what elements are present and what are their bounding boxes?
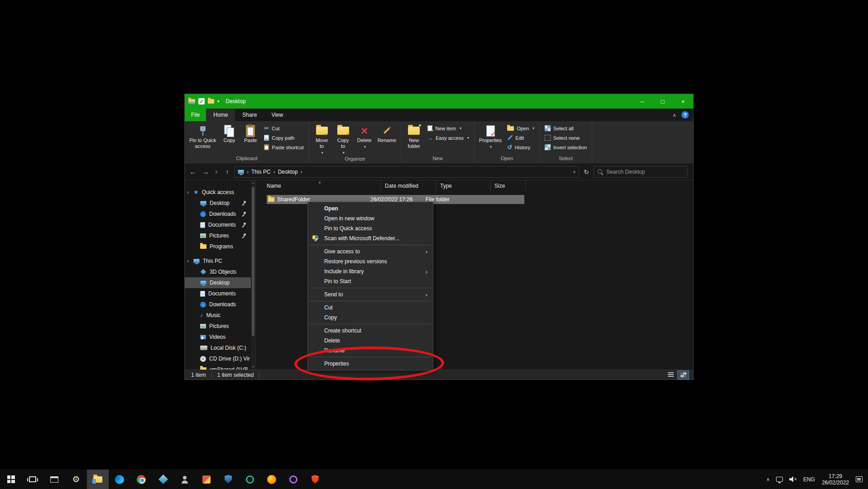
tab-home[interactable]: Home xyxy=(206,109,235,121)
taskbar-app-button[interactable] xyxy=(196,470,217,489)
sidebar-item-downloads[interactable]: Downloads xyxy=(185,299,251,310)
minimize-button[interactable]: – xyxy=(632,94,652,109)
sidebar-item-music[interactable]: ♪ Music xyxy=(185,310,251,321)
context-menu-pin-to-start[interactable]: Pin to Start xyxy=(309,276,432,286)
properties-ribbon-button[interactable]: Properties▾ xyxy=(477,123,504,155)
sidebar-item-documents[interactable]: Documents xyxy=(185,288,251,299)
back-button[interactable]: ← xyxy=(187,166,198,177)
taskbar-people-button[interactable] xyxy=(174,470,196,489)
new-folder-qat-icon[interactable] xyxy=(208,99,214,104)
new-folder-button[interactable]: Newfolder xyxy=(403,123,424,155)
context-menu-pin-to-quick-access[interactable]: Pin to Quick access xyxy=(309,223,432,233)
forward-button[interactable]: → xyxy=(200,166,211,177)
copy-button[interactable]: Copy xyxy=(219,123,240,155)
sidebar-item-downloads-quick[interactable]: Downloads xyxy=(185,209,251,219)
taskbar-brave-button[interactable] xyxy=(304,470,326,489)
language-indicator[interactable]: ENG xyxy=(800,470,818,489)
search-input[interactable] xyxy=(606,169,684,175)
sidebar-scrollbar[interactable]: ∧ ∨ xyxy=(251,180,255,370)
copy-path-button[interactable]: Copy path xyxy=(261,133,306,142)
sidebar-item-local-disk-c[interactable]: Local Disk (C:) xyxy=(185,342,251,353)
context-menu-copy[interactable]: Copy xyxy=(309,313,432,323)
sidebar-item-quick-access[interactable]: ∨ ★ Quick access xyxy=(185,187,251,198)
move-to-button[interactable]: Moveto▾ xyxy=(312,123,332,156)
show-hidden-icons-button[interactable]: ∧ xyxy=(763,470,773,489)
context-menu-cut[interactable]: Cut xyxy=(309,303,432,313)
select-all-button[interactable]: Select all xyxy=(542,123,590,133)
sidebar-item-cd-drive-d[interactable]: CD Drive (D:) Vir xyxy=(185,353,251,364)
invert-selection-button[interactable]: Invert selection xyxy=(542,142,590,152)
sidebar-item-pictures[interactable]: Pictures xyxy=(185,321,251,332)
help-icon[interactable]: ? xyxy=(681,111,689,119)
pin-to-quick-access-button[interactable]: Pin to Quickaccess xyxy=(187,123,218,155)
title-bar[interactable]: ✓ ▾ Desktop – □ × xyxy=(185,94,693,109)
context-menu-give-access-to[interactable]: Give access to › xyxy=(309,247,432,256)
start-button[interactable] xyxy=(0,470,22,489)
taskbar-security-button[interactable] xyxy=(217,470,239,489)
taskbar-teal-app-button[interactable] xyxy=(239,470,261,489)
details-view-button[interactable] xyxy=(665,371,676,379)
sidebar-item-this-pc[interactable]: ∨ This PC xyxy=(185,256,251,266)
close-button[interactable]: × xyxy=(673,94,693,109)
action-center-button[interactable] xyxy=(853,470,866,489)
tab-share[interactable]: Share xyxy=(235,109,264,121)
clock[interactable]: 17:29 26/02/2022 xyxy=(818,470,853,489)
column-header-size[interactable]: Size xyxy=(491,180,526,191)
context-menu-scan-with-defender[interactable]: Scan with Microsoft Defender... xyxy=(309,233,432,243)
context-menu-open-in-new-window[interactable]: Open in new window xyxy=(309,214,432,223)
scrollbar-thumb[interactable] xyxy=(252,187,254,336)
refresh-icon[interactable]: ↻ xyxy=(581,166,592,177)
expander-icon[interactable]: ∨ xyxy=(187,259,190,263)
search-box[interactable] xyxy=(594,166,688,178)
paste-button[interactable]: Paste xyxy=(240,123,261,155)
sidebar-item-programs[interactable]: Programs xyxy=(185,241,251,252)
column-header-date-modified[interactable]: Date modified xyxy=(381,180,436,191)
sidebar-item-vmshared[interactable]: vmShared (\\VB xyxy=(185,364,251,370)
sidebar-item-pictures-quick[interactable]: Pictures xyxy=(185,230,251,241)
address-dropdown-caret-icon[interactable]: ∨ xyxy=(573,169,576,174)
taskbar-purple-app-button[interactable] xyxy=(283,470,304,489)
scroll-down-icon[interactable]: ∨ xyxy=(251,365,255,369)
taskbar-terminal-button[interactable] xyxy=(43,470,65,489)
copy-to-button[interactable]: Copyto▾ xyxy=(333,123,354,156)
volume-button[interactable]: × xyxy=(786,470,800,489)
scroll-up-icon[interactable]: ∧ xyxy=(251,181,255,185)
maximize-button[interactable]: □ xyxy=(652,94,673,109)
expander-icon[interactable]: ∨ xyxy=(187,190,190,195)
recent-locations-caret-icon[interactable]: ∨ xyxy=(213,166,220,177)
column-header-type[interactable]: Type xyxy=(436,180,491,191)
sidebar-item-videos[interactable]: Videos xyxy=(185,332,251,342)
sidebar-item-desktop[interactable]: Desktop xyxy=(185,277,251,288)
rename-button[interactable]: Rename xyxy=(375,123,399,156)
edit-button[interactable]: Edit xyxy=(504,133,537,142)
taskbar-edge-button[interactable] xyxy=(109,470,130,489)
tab-file[interactable]: File xyxy=(185,109,206,121)
collapse-ribbon-icon[interactable]: ∧ xyxy=(673,113,676,118)
sidebar-item-3d-objects[interactable]: 3D Objects xyxy=(185,266,251,277)
history-button[interactable]: ↺ History xyxy=(504,142,537,152)
taskbar-virtualbox-button[interactable] xyxy=(152,470,174,489)
context-menu-open[interactable]: Open xyxy=(309,204,432,214)
sidebar-item-desktop-quick[interactable]: Desktop xyxy=(185,198,251,209)
column-header-name[interactable]: Name xyxy=(256,180,381,191)
context-menu-send-to[interactable]: Send to › xyxy=(309,290,432,299)
open-button[interactable]: Open▾ xyxy=(504,123,537,133)
tab-view[interactable]: View xyxy=(264,109,290,121)
address-bar[interactable]: › This PC › Desktop › ∨ xyxy=(235,166,579,178)
paste-shortcut-button[interactable]: Paste shortcut xyxy=(261,142,306,152)
context-menu-create-shortcut[interactable]: Create shortcut xyxy=(309,326,432,336)
task-view-button[interactable] xyxy=(22,470,43,489)
select-none-button[interactable]: Select none xyxy=(542,133,590,142)
large-icons-view-button[interactable] xyxy=(678,371,689,379)
easy-access-button[interactable]: → Easy access▾ xyxy=(425,133,472,142)
taskbar-settings-button[interactable]: ⚙ xyxy=(65,470,87,489)
cut-button[interactable]: ✂ Cut xyxy=(261,123,306,133)
sidebar-item-documents-quick[interactable]: Documents xyxy=(185,219,251,230)
breadcrumb-this-pc[interactable]: This PC xyxy=(251,169,271,175)
new-item-button[interactable]: New item▾ xyxy=(425,123,472,133)
context-menu-restore-previous-versions[interactable]: Restore previous versions xyxy=(309,256,432,266)
delete-button[interactable]: × Delete▾ xyxy=(354,123,375,156)
taskbar-firefox-button[interactable] xyxy=(261,470,283,489)
context-menu-delete[interactable]: Delete xyxy=(309,336,432,346)
up-button[interactable]: ↑ xyxy=(222,166,233,177)
